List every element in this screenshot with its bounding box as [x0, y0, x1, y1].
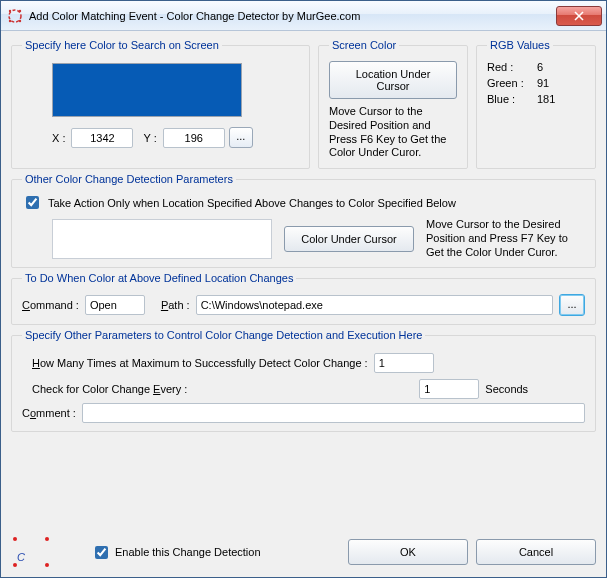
screen-color-note: Move Cursor to the Desired Position and … — [329, 105, 457, 160]
svg-point-11 — [45, 563, 49, 567]
exec-params-group: Specify Other Parameters to Control Colo… — [11, 329, 596, 432]
footer: C Enable this Change Detection OK Cancel — [1, 531, 606, 577]
pick-xy-button[interactable]: ... — [229, 127, 253, 148]
dialog-window: Add Color Matching Event - Color Change … — [0, 0, 607, 578]
svg-text:C: C — [17, 551, 25, 563]
svg-point-1 — [9, 9, 11, 11]
browse-path-button[interactable]: ... — [559, 294, 585, 316]
color-under-cursor-button[interactable]: Color Under Cursor — [284, 226, 414, 252]
cancel-button[interactable]: Cancel — [476, 539, 596, 565]
interval-unit: Seconds — [485, 383, 528, 395]
path-input[interactable] — [196, 295, 553, 315]
rgb-legend: RGB Values — [487, 39, 553, 51]
svg-point-8 — [13, 537, 17, 541]
svg-point-10 — [13, 563, 17, 567]
ok-button[interactable]: OK — [348, 539, 468, 565]
app-icon — [7, 8, 23, 24]
window-title: Add Color Matching Event - Color Change … — [29, 10, 556, 22]
blue-value: 181 — [537, 93, 555, 105]
other-params-legend: Other Color Change Detection Parameters — [22, 173, 236, 185]
other-note: Move Cursor to the Desired Position and … — [426, 218, 585, 259]
titlebar: Add Color Matching Event - Color Change … — [1, 1, 606, 31]
todo-group: To Do When Color at Above Defined Locati… — [11, 272, 596, 325]
close-icon — [574, 11, 584, 21]
svg-point-9 — [45, 537, 49, 541]
take-action-label: Take Action Only when Location Specified… — [48, 197, 456, 209]
max-times-input[interactable] — [374, 353, 434, 373]
app-logo: C — [11, 535, 51, 569]
screen-color-group: Screen Color Location Under Cursor Move … — [318, 39, 468, 169]
location-under-cursor-button[interactable]: Location Under Cursor — [329, 61, 457, 99]
screen-color-legend: Screen Color — [329, 39, 399, 51]
svg-point-2 — [19, 9, 21, 11]
comment-input[interactable] — [82, 403, 585, 423]
enable-detection-label: Enable this Change Detection — [115, 546, 261, 558]
take-action-checkbox[interactable] — [26, 196, 39, 209]
red-value: 6 — [537, 61, 543, 73]
search-color-group: Specify here Color to Search on Screen X… — [11, 39, 310, 169]
y-input[interactable] — [163, 128, 225, 148]
target-color-swatch — [52, 219, 272, 259]
todo-legend: To Do When Color at Above Defined Locati… — [22, 272, 296, 284]
x-label: X : — [52, 132, 65, 144]
interval-input[interactable] — [419, 379, 479, 399]
search-color-legend: Specify here Color to Search on Screen — [22, 39, 222, 51]
other-params-group: Other Color Change Detection Parameters … — [11, 173, 596, 268]
search-color-swatch — [52, 63, 242, 117]
rgb-group: RGB Values Red :6 Green :91 Blue :181 — [476, 39, 596, 169]
close-button[interactable] — [556, 6, 602, 26]
svg-point-3 — [9, 19, 11, 21]
svg-point-4 — [19, 19, 21, 21]
x-input[interactable] — [71, 128, 133, 148]
y-label: Y : — [143, 132, 156, 144]
enable-detection-checkbox[interactable] — [95, 546, 108, 559]
exec-params-legend: Specify Other Parameters to Control Colo… — [22, 329, 425, 341]
command-input[interactable] — [85, 295, 145, 315]
green-value: 91 — [537, 77, 549, 89]
